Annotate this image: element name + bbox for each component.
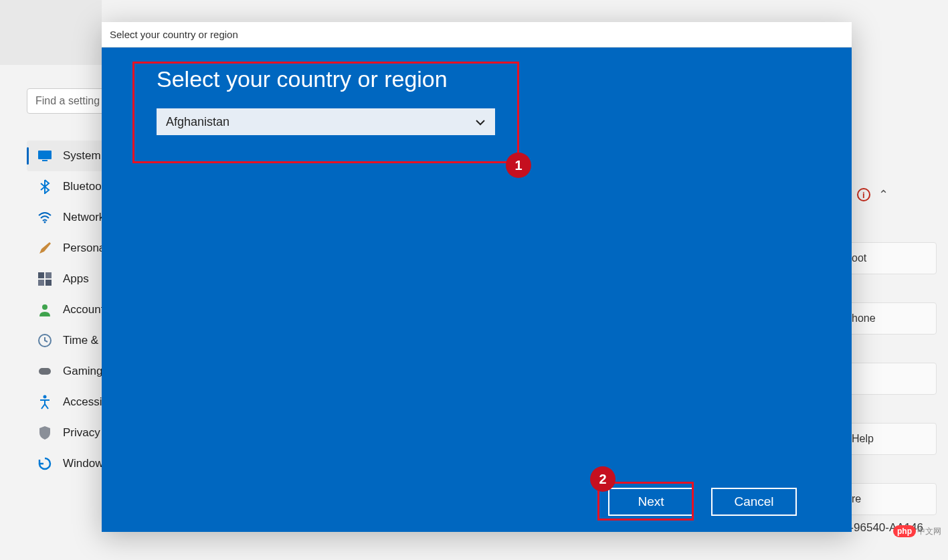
cancel-button[interactable]: Cancel	[711, 488, 797, 516]
dialog-title-text: Select your country or region	[110, 29, 238, 40]
game-icon	[37, 364, 52, 379]
wifi-icon	[37, 210, 52, 225]
sidebar-item-label: Gaming	[63, 365, 103, 378]
search-placeholder: Find a setting	[35, 95, 100, 107]
svg-rect-6	[45, 280, 52, 286]
sidebar-item-label: System	[63, 149, 101, 163]
accessibility-icon	[37, 395, 52, 409]
brush-icon	[37, 241, 52, 256]
svg-point-7	[42, 304, 48, 310]
svg-rect-0	[38, 151, 52, 159]
watermark-text: 中文网	[917, 526, 941, 537]
alert-info-icon: i	[857, 188, 870, 201]
next-button[interactable]: Next	[608, 488, 694, 516]
dialog-titlebar: Select your country or region	[102, 22, 852, 48]
svg-rect-4	[45, 272, 52, 278]
country-region-dialog: Select your country or region Select you…	[102, 22, 852, 532]
svg-rect-3	[38, 272, 44, 278]
svg-rect-9	[39, 368, 51, 375]
svg-rect-5	[38, 280, 44, 286]
cancel-button-label: Cancel	[734, 494, 773, 509]
troubleshoot-button-fragment[interactable]: oot	[843, 242, 937, 274]
store-button-fragment[interactable]: re	[843, 483, 937, 515]
dropdown-selected-value: Afghanistan	[166, 115, 229, 129]
clock-icon	[37, 333, 52, 348]
sidebar-item-label: Network	[63, 211, 104, 224]
sidebar-item-label: Apps	[63, 272, 89, 286]
phone-activate-button-fragment[interactable]: hone	[843, 302, 937, 335]
dialog-body: Select your country or region Afghanista…	[102, 48, 852, 532]
get-help-button-fragment[interactable]: Help	[843, 423, 937, 455]
user-icon	[37, 302, 52, 317]
sidebar-item-label: Time & l	[63, 334, 104, 347]
dialog-footer: Next Cancel	[608, 488, 797, 516]
svg-rect-1	[42, 160, 48, 161]
dialog-heading: Select your country or region	[157, 66, 797, 92]
svg-point-2	[44, 221, 46, 223]
svg-point-10	[43, 395, 47, 399]
watermark: php 中文网	[893, 525, 941, 537]
chevron-up-icon[interactable]: ⌃	[878, 187, 888, 202]
option-button-fragment[interactable]	[843, 363, 937, 395]
bluetooth-icon	[37, 179, 52, 194]
update-icon	[37, 456, 52, 471]
activation-panel-fragment: e i ⌃ oot hone Help re	[843, 187, 937, 543]
monitor-icon	[37, 149, 52, 163]
next-button-label: Next	[638, 494, 664, 509]
watermark-badge: php	[893, 525, 916, 537]
chevron-down-icon	[475, 115, 486, 129]
country-region-dropdown[interactable]: Afghanistan	[157, 108, 495, 135]
shield-icon	[37, 426, 52, 440]
apps-icon	[37, 272, 52, 286]
